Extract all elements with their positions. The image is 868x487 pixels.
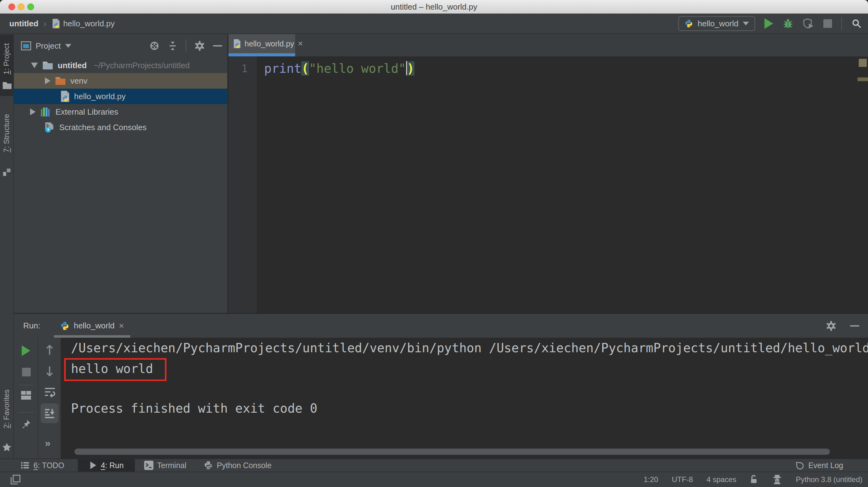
collapsed-arrow-icon[interactable] (45, 77, 51, 84)
caret-position-widget[interactable]: 1:20 (644, 475, 658, 484)
favorites-tool-label[interactable]: 2: Favorites (2, 389, 11, 428)
toolbar-separator (18, 385, 34, 385)
close-run-tab-icon[interactable]: × (119, 321, 124, 331)
run-tab-hello-world[interactable]: hello_world × (54, 314, 130, 338)
console-exit-message: Process finished with exit code 0 (71, 401, 317, 416)
editor-area[interactable]: hello_world.py × 1 print("hello world") (228, 34, 868, 313)
collapsed-arrow-icon[interactable] (30, 108, 36, 115)
horizontal-scrollbar[interactable] (74, 449, 830, 455)
terminal-icon (144, 461, 153, 470)
tree-item-path: ~/PycharmProjects/untitled (94, 61, 190, 70)
debug-button[interactable] (782, 18, 794, 29)
up-stack-trace-button[interactable] (45, 344, 54, 356)
more-actions-chevron[interactable]: » (45, 437, 51, 449)
project-tool-label[interactable]: 1: Project (2, 43, 11, 74)
event-log-balloon-icon (795, 460, 804, 470)
todo-tool-button[interactable]: 6: TODO (21, 459, 64, 472)
editor-gutter: 1 (228, 56, 256, 313)
python-file-icon (52, 19, 60, 29)
structure-icon (2, 168, 11, 176)
run-label: 4: Run (101, 461, 124, 470)
project-panel-header: Project (14, 34, 227, 58)
run-configuration-selector[interactable]: hello_world (678, 16, 755, 31)
tree-item-label: venv (70, 76, 87, 86)
project-panel-title[interactable]: Project (36, 41, 61, 51)
editor-tab-label: hello_world.py (245, 39, 294, 48)
breadcrumb-file[interactable]: hello_world.py (63, 19, 115, 29)
restore-layout-button[interactable] (21, 390, 32, 400)
locate-file-button[interactable] (149, 40, 160, 51)
structure-tool-label[interactable]: 7: Structure (2, 114, 11, 153)
rerun-button[interactable] (22, 346, 30, 356)
scrollbar-error-stripe-mark (858, 77, 868, 81)
run-with-coverage-button[interactable] (803, 18, 814, 29)
writable-lock-icon[interactable] (750, 475, 758, 485)
run-settings-gear-button[interactable] (826, 321, 836, 331)
run-configuration-name: hello_world (698, 19, 738, 29)
file-encoding-widget[interactable]: UTF-8 (672, 475, 693, 484)
status-bar: 1:20 UTF-8 4 spaces Python 3.8 (untitled… (0, 472, 868, 487)
folder-icon (42, 61, 53, 70)
project-view-icon (21, 41, 31, 51)
event-log-label: Event Log (808, 461, 843, 470)
run-button[interactable] (765, 18, 773, 29)
breadcrumb-project[interactable]: untitled (9, 19, 38, 29)
event-log-button[interactable]: Event Log (795, 460, 843, 470)
python-console-tool-button[interactable]: Python Console (204, 459, 272, 472)
indent-widget[interactable]: 4 spaces (707, 475, 736, 484)
project-folder-icon (2, 81, 12, 90)
tree-item-venv[interactable]: venv (14, 73, 227, 89)
scroll-to-end-button-selected[interactable] (41, 403, 59, 423)
toolbar-separator (18, 412, 34, 413)
python-logo-gray-icon (204, 461, 213, 470)
toolbar-separator (186, 40, 186, 52)
window-title: untitled – hello_world.py (0, 0, 868, 13)
scratches-icon (44, 122, 55, 133)
inspection-indicator[interactable] (859, 59, 867, 67)
favorites-star-icon (2, 443, 12, 452)
scroll-to-end-icon (44, 408, 55, 419)
run-tool-button-active[interactable]: 4: Run (78, 459, 135, 472)
code-function-token: print (264, 61, 301, 75)
libraries-icon (40, 106, 51, 118)
down-stack-trace-button[interactable] (45, 365, 54, 377)
code-close-paren-token: ) (407, 61, 414, 75)
stop-button[interactable] (824, 19, 832, 28)
pin-tab-button[interactable] (21, 419, 31, 429)
editor-tab-hello-world[interactable]: hello_world.py × (228, 34, 295, 53)
collapse-all-button[interactable] (168, 41, 178, 51)
chevron-down-icon[interactable] (65, 44, 71, 48)
editor-tab-bar: hello_world.py × (228, 34, 868, 56)
titlebar: untitled – hello_world.py (0, 0, 868, 13)
tree-item-scratches[interactable]: Scratches and Consoles (14, 120, 227, 135)
terminal-tool-button[interactable]: Terminal (144, 459, 186, 472)
tree-item-project-root[interactable]: untitled ~/PycharmProjects/untitled (14, 58, 227, 73)
toggle-toolwindows-icon[interactable] (10, 475, 21, 485)
settings-gear-button[interactable] (194, 40, 205, 51)
todo-list-icon (21, 461, 30, 470)
soft-wrap-button[interactable] (44, 387, 56, 398)
hide-panel-button[interactable] (213, 45, 222, 46)
run-console[interactable]: /Users/xiechen/PycharmProjects/untitled/… (61, 338, 868, 458)
run-triangle-icon (89, 461, 97, 470)
expanded-arrow-icon[interactable] (31, 63, 38, 68)
python-logo-icon (60, 321, 69, 330)
tree-item-external-libraries[interactable]: External Libraries (14, 104, 227, 120)
left-tool-stripe: 1: Project 7: Structure 2: Favorites (0, 34, 14, 458)
pycharm-window: untitled – hello_world.py untitled › hel… (0, 0, 868, 487)
stop-process-button[interactable] (22, 368, 31, 377)
hide-run-panel-button[interactable] (850, 325, 859, 327)
python-logo-icon (684, 19, 693, 28)
run-toolbar: » (14, 338, 61, 458)
interpreter-widget[interactable]: Python 3.8 (untitled) (796, 475, 862, 484)
hector-inspection-icon[interactable] (772, 475, 782, 485)
editor-body[interactable]: 1 print("hello world") (228, 56, 868, 313)
navigation-bar: untitled › hello_world.py hello_world (0, 13, 868, 34)
toolbar-column-divider (38, 338, 38, 458)
tree-item-hello-world-selected[interactable]: hello_world.py (14, 89, 227, 104)
close-tab-icon[interactable]: × (298, 39, 303, 48)
breadcrumb-separator: › (43, 18, 46, 29)
search-everywhere-button[interactable] (851, 18, 862, 29)
line-number: 1 (228, 58, 248, 79)
code-line-1[interactable]: print("hello world") (264, 58, 414, 79)
